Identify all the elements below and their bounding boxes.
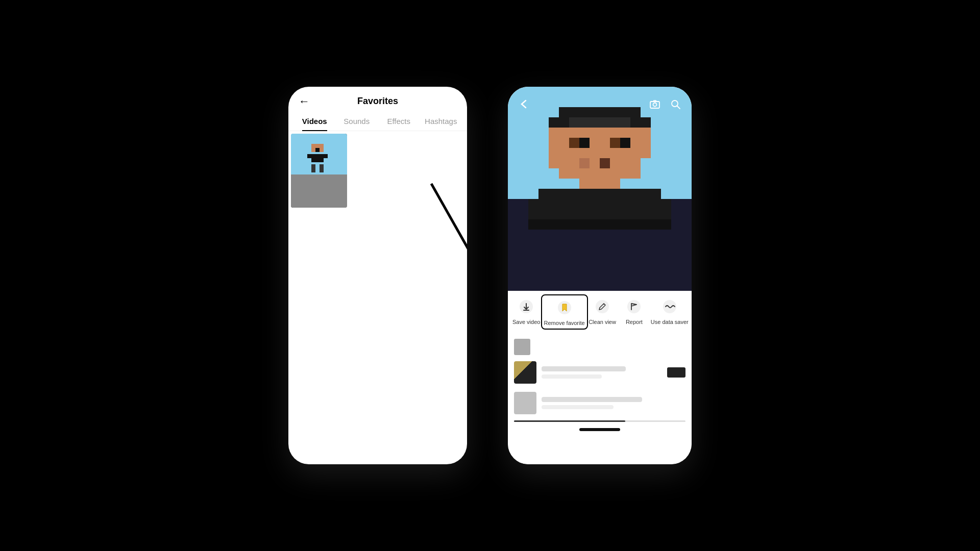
svg-rect-12 xyxy=(315,158,320,162)
save-video-icon xyxy=(516,296,536,317)
svg-rect-77 xyxy=(559,158,569,168)
svg-rect-89 xyxy=(600,168,610,179)
svg-rect-50 xyxy=(590,128,600,138)
svg-rect-15 xyxy=(324,154,328,158)
svg-rect-64 xyxy=(630,138,641,148)
svg-rect-105 xyxy=(620,189,630,199)
svg-rect-45 xyxy=(641,117,651,128)
svg-rect-99 xyxy=(559,189,569,199)
clean-view-action[interactable]: Clean view xyxy=(587,296,618,325)
svg-rect-1 xyxy=(291,174,347,208)
svg-rect-109 xyxy=(528,199,671,209)
svg-rect-18 xyxy=(311,168,315,172)
action-bar: Save video Remove favorite xyxy=(508,291,692,333)
svg-rect-67 xyxy=(559,148,569,158)
thumbnail-image xyxy=(291,134,347,208)
svg-rect-63 xyxy=(620,138,630,148)
svg-rect-4 xyxy=(320,144,324,148)
svg-rect-49 xyxy=(579,128,590,138)
svg-rect-91 xyxy=(620,168,630,179)
svg-rect-110 xyxy=(528,209,671,219)
svg-rect-71 xyxy=(600,148,610,158)
svg-rect-81 xyxy=(600,158,610,168)
search-button[interactable] xyxy=(667,96,683,112)
top-icons-right xyxy=(647,96,683,112)
report-action[interactable]: Report xyxy=(619,296,649,325)
icon-row xyxy=(508,337,692,357)
back-button[interactable]: ← xyxy=(299,95,310,108)
tabs-row: Videos Sounds Effects Hashtags xyxy=(288,112,467,131)
data-saver-action[interactable]: Use data saver xyxy=(651,296,689,325)
small-icon xyxy=(514,339,530,355)
svg-rect-102 xyxy=(590,189,600,199)
list-item[interactable] xyxy=(508,357,692,388)
remove-favorite-icon xyxy=(554,297,575,318)
list-sub-1 xyxy=(542,374,602,379)
svg-rect-76 xyxy=(549,158,559,168)
svg-rect-70 xyxy=(590,148,600,158)
tab-videos[interactable]: Videos xyxy=(293,112,336,131)
svg-rect-75 xyxy=(641,148,651,158)
progress-inner xyxy=(514,420,625,422)
download-icon xyxy=(519,299,533,314)
tab-hashtags[interactable]: Hashtags xyxy=(420,112,462,131)
svg-rect-90 xyxy=(610,168,620,179)
svg-rect-65 xyxy=(641,138,651,148)
svg-line-25 xyxy=(677,106,680,109)
save-video-action[interactable]: Save video xyxy=(511,296,542,325)
video-area xyxy=(508,87,692,291)
svg-rect-55 xyxy=(641,128,651,138)
svg-rect-6 xyxy=(315,148,320,152)
bottom-list xyxy=(508,333,692,439)
report-label: Report xyxy=(626,319,643,325)
svg-rect-66 xyxy=(549,148,559,158)
right-phone: Save video Remove favorite xyxy=(508,87,692,464)
svg-rect-96 xyxy=(610,179,620,189)
list-content-1 xyxy=(542,366,662,379)
tab-sounds[interactable]: Sounds xyxy=(336,112,378,131)
svg-rect-44 xyxy=(630,117,641,128)
svg-rect-16 xyxy=(311,164,315,168)
play-progress-bar[interactable] xyxy=(579,428,620,431)
search-icon xyxy=(670,98,681,110)
svg-rect-9 xyxy=(315,154,320,158)
svg-rect-69 xyxy=(579,148,590,158)
data-saver-label: Use data saver xyxy=(651,319,689,325)
list-action-1[interactable] xyxy=(667,367,685,378)
svg-rect-57 xyxy=(559,138,569,148)
pixel-person-svg xyxy=(291,134,347,208)
svg-rect-5 xyxy=(311,148,315,152)
svg-rect-78 xyxy=(569,158,579,168)
svg-rect-83 xyxy=(620,158,630,168)
svg-rect-94 xyxy=(590,179,600,189)
svg-rect-68 xyxy=(569,148,579,158)
list-item-2[interactable] xyxy=(508,388,692,418)
svg-rect-98 xyxy=(549,189,559,199)
svg-rect-100 xyxy=(569,189,579,199)
tab-effects[interactable]: Effects xyxy=(378,112,420,131)
camera-button[interactable] xyxy=(647,96,663,112)
top-bar: ← Favorites xyxy=(288,87,467,112)
svg-rect-62 xyxy=(610,138,620,148)
video-thumbnail[interactable] xyxy=(291,134,347,208)
svg-rect-87 xyxy=(579,168,590,179)
svg-rect-7 xyxy=(320,148,324,152)
svg-rect-80 xyxy=(590,158,600,168)
remove-favorite-action[interactable]: Remove favorite xyxy=(541,294,588,330)
svg-rect-42 xyxy=(610,117,620,128)
svg-rect-11 xyxy=(311,158,315,162)
right-top-bar xyxy=(508,87,692,116)
svg-rect-72 xyxy=(610,148,620,158)
svg-rect-38 xyxy=(569,117,579,128)
svg-rect-93 xyxy=(579,179,590,189)
svg-rect-73 xyxy=(620,148,630,158)
svg-rect-85 xyxy=(559,168,569,179)
svg-rect-53 xyxy=(620,128,630,138)
list-thumb-1 xyxy=(514,361,536,384)
svg-rect-101 xyxy=(579,189,590,199)
back-button-right[interactable] xyxy=(516,96,532,112)
svg-rect-97 xyxy=(538,189,549,199)
bookmark-icon xyxy=(557,300,572,315)
svg-rect-111 xyxy=(528,219,671,230)
svg-rect-59 xyxy=(579,138,590,148)
